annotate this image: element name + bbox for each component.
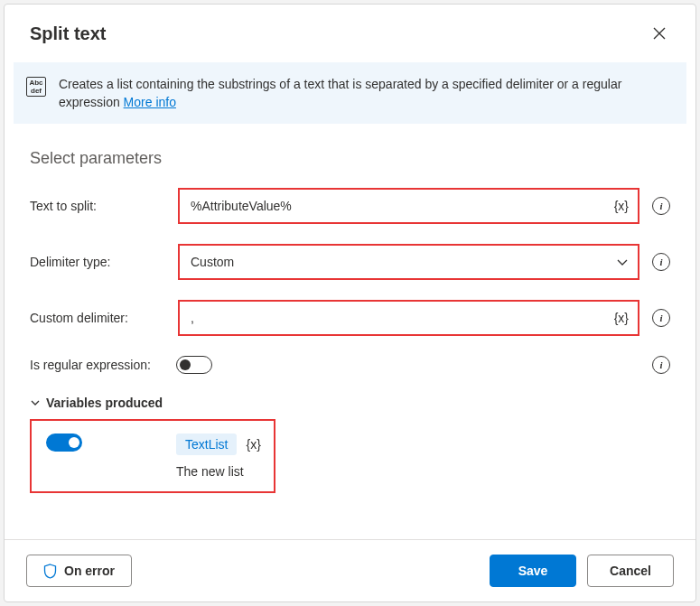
on-error-button[interactable]: On error bbox=[26, 555, 132, 587]
variable-picker-icon[interactable]: {x} bbox=[614, 311, 629, 325]
chevron-down-icon bbox=[30, 397, 41, 408]
variable-toggle[interactable] bbox=[46, 434, 82, 452]
field-is-regex: Is regular expression: i bbox=[30, 356, 670, 374]
text-to-split-input[interactable] bbox=[191, 199, 609, 213]
label-delimiter-type: Delimiter type: bbox=[30, 255, 173, 269]
is-regex-toggle[interactable] bbox=[176, 356, 212, 374]
label-is-regex: Is regular expression: bbox=[30, 358, 176, 372]
help-icon[interactable]: i bbox=[652, 309, 670, 327]
close-button[interactable] bbox=[645, 19, 674, 48]
help-icon[interactable]: i bbox=[652, 253, 670, 271]
chevron-down-icon bbox=[616, 256, 629, 268]
delimiter-type-value: Custom bbox=[191, 255, 616, 269]
info-text: Creates a list containing the substrings… bbox=[59, 75, 668, 111]
field-text-to-split: Text to split: {x} i bbox=[30, 188, 670, 224]
variable-picker-icon[interactable]: {x} bbox=[246, 437, 260, 452]
close-icon bbox=[653, 27, 666, 40]
shield-icon bbox=[43, 564, 57, 579]
save-button[interactable]: Save bbox=[490, 555, 576, 587]
on-error-label: On error bbox=[64, 564, 115, 578]
variables-row: TextList {x} The new list bbox=[46, 434, 259, 479]
more-info-link[interactable]: More info bbox=[124, 95, 176, 109]
variable-picker-icon[interactable]: {x} bbox=[614, 199, 629, 213]
variables-produced-label: Variables produced bbox=[46, 396, 163, 410]
help-icon[interactable]: i bbox=[652, 356, 670, 374]
custom-delimiter-input[interactable] bbox=[191, 311, 609, 325]
dialog-header: Split text bbox=[5, 5, 695, 61]
label-custom-delimiter: Custom delimiter: bbox=[30, 311, 173, 325]
text-action-icon: Abcdef bbox=[26, 77, 46, 97]
section-title: Select parameters bbox=[30, 149, 670, 168]
info-banner: Abcdef Creates a list containing the sub… bbox=[14, 62, 686, 124]
field-delimiter-type: Delimiter type: Custom i bbox=[30, 244, 670, 280]
dialog-content: Select parameters Text to split: {x} i D… bbox=[5, 131, 695, 539]
variables-produced-header[interactable]: Variables produced bbox=[30, 396, 670, 410]
help-icon[interactable]: i bbox=[652, 197, 670, 215]
variable-chip[interactable]: TextList bbox=[176, 434, 237, 455]
input-wrap-custom-delimiter[interactable]: {x} bbox=[178, 300, 639, 336]
split-text-dialog: Split text Abcdef Creates a list contain… bbox=[4, 4, 696, 602]
input-wrap-text-to-split[interactable]: {x} bbox=[178, 188, 639, 224]
cancel-button[interactable]: Cancel bbox=[587, 555, 674, 587]
field-custom-delimiter: Custom delimiter: {x} i bbox=[30, 300, 670, 336]
dialog-title: Split text bbox=[30, 23, 106, 44]
toggle-knob bbox=[69, 437, 79, 448]
variable-chip-wrap: TextList {x} bbox=[176, 434, 261, 455]
variables-produced-box: TextList {x} The new list bbox=[30, 419, 275, 493]
variable-description: The new list bbox=[176, 464, 261, 479]
toggle-knob bbox=[180, 359, 191, 370]
delimiter-type-select[interactable]: Custom bbox=[178, 244, 639, 280]
label-text-to-split: Text to split: bbox=[30, 199, 173, 213]
dialog-footer: On error Save Cancel bbox=[5, 539, 695, 601]
